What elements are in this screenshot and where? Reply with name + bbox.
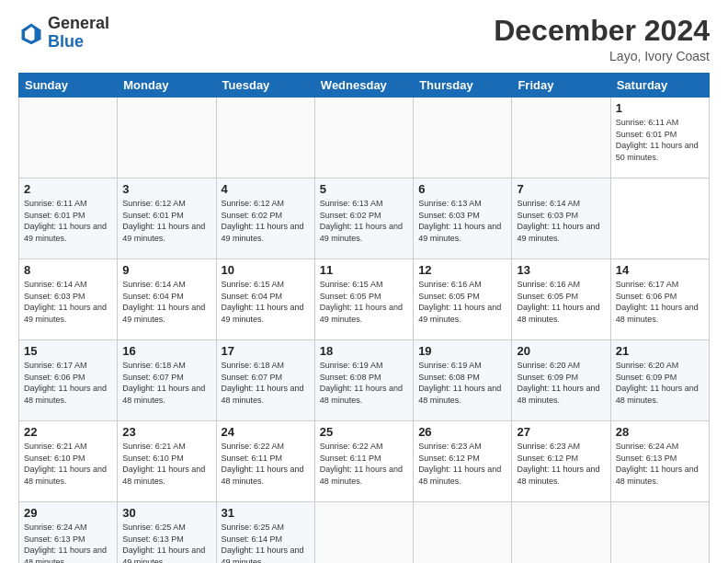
- calendar-cell: 2Sunrise: 6:11 AMSunset: 6:01 PMDaylight…: [19, 178, 118, 259]
- day-number: 24: [222, 425, 310, 439]
- day-number: 15: [24, 344, 112, 358]
- day-info: Sunrise: 6:14 AMSunset: 6:03 PMDaylight:…: [24, 279, 112, 325]
- day-info: Sunrise: 6:22 AMSunset: 6:11 PMDaylight:…: [320, 441, 408, 487]
- day-info: Sunrise: 6:24 AMSunset: 6:13 PMDaylight:…: [616, 441, 704, 487]
- calendar-cell: 5Sunrise: 6:13 AMSunset: 6:02 PMDaylight…: [314, 178, 413, 259]
- day-number: 9: [122, 263, 210, 277]
- calendar-cell: 16Sunrise: 6:18 AMSunset: 6:07 PMDayligh…: [118, 340, 216, 421]
- day-info: Sunrise: 6:15 AMSunset: 6:05 PMDaylight:…: [320, 279, 408, 325]
- calendar-cell: 3Sunrise: 6:12 AMSunset: 6:01 PMDaylight…: [118, 178, 216, 259]
- calendar-cell: [414, 98, 512, 178]
- day-number: 4: [222, 182, 310, 196]
- day-info: Sunrise: 6:21 AMSunset: 6:10 PMDaylight:…: [24, 441, 112, 487]
- calendar-cell: 18Sunrise: 6:19 AMSunset: 6:08 PMDayligh…: [314, 340, 413, 421]
- day-info: Sunrise: 6:11 AMSunset: 6:01 PMDaylight:…: [24, 198, 112, 244]
- day-number: 1: [616, 101, 704, 115]
- day-info: Sunrise: 6:20 AMSunset: 6:09 PMDaylight:…: [517, 360, 605, 406]
- calendar-cell: [512, 98, 610, 178]
- calendar-cell: 6Sunrise: 6:13 AMSunset: 6:03 PMDaylight…: [414, 178, 512, 259]
- month-title: December 2024: [494, 15, 710, 47]
- day-info: Sunrise: 6:21 AMSunset: 6:10 PMDaylight:…: [122, 441, 210, 487]
- day-number: 12: [418, 263, 506, 277]
- logo-blue-text: Blue: [48, 32, 84, 51]
- day-number: 29: [24, 506, 112, 520]
- calendar-cell: 17Sunrise: 6:18 AMSunset: 6:07 PMDayligh…: [216, 340, 314, 421]
- day-info: Sunrise: 6:19 AMSunset: 6:08 PMDaylight:…: [418, 360, 506, 406]
- day-number: 3: [122, 182, 210, 196]
- calendar-cell: 26Sunrise: 6:23 AMSunset: 6:12 PMDayligh…: [414, 421, 512, 502]
- calendar-cell: 15Sunrise: 6:17 AMSunset: 6:06 PMDayligh…: [19, 340, 118, 421]
- day-number: 25: [320, 425, 408, 439]
- day-info: Sunrise: 6:11 AMSunset: 6:01 PMDaylight:…: [616, 117, 704, 163]
- calendar-cell: [19, 98, 118, 178]
- day-info: Sunrise: 6:22 AMSunset: 6:11 PMDaylight:…: [222, 441, 310, 487]
- logo: General Blue: [18, 15, 109, 52]
- logo-general-text: General: [48, 14, 109, 32]
- calendar-day-header: Friday: [512, 74, 610, 98]
- calendar-day-header: Sunday: [19, 74, 118, 98]
- day-info: Sunrise: 6:16 AMSunset: 6:05 PMDaylight:…: [517, 279, 605, 325]
- calendar-cell: 24Sunrise: 6:22 AMSunset: 6:11 PMDayligh…: [216, 421, 314, 502]
- calendar-week-row: 1Sunrise: 6:11 AMSunset: 6:01 PMDaylight…: [19, 98, 710, 178]
- calendar-cell: 7Sunrise: 6:14 AMSunset: 6:03 PMDaylight…: [512, 178, 610, 259]
- page: General Blue December 2024 Layo, Ivory C…: [0, 0, 728, 563]
- day-info: Sunrise: 6:18 AMSunset: 6:07 PMDaylight:…: [122, 360, 210, 406]
- day-info: Sunrise: 6:23 AMSunset: 6:12 PMDaylight:…: [517, 441, 605, 487]
- day-info: Sunrise: 6:25 AMSunset: 6:13 PMDaylight:…: [122, 522, 210, 563]
- calendar-day-header: Monday: [118, 74, 216, 98]
- day-number: 5: [320, 182, 408, 196]
- calendar-cell: 22Sunrise: 6:21 AMSunset: 6:10 PMDayligh…: [19, 421, 118, 502]
- day-number: 30: [122, 506, 210, 520]
- calendar-cell: 29Sunrise: 6:24 AMSunset: 6:13 PMDayligh…: [19, 502, 118, 563]
- calendar-header-row: SundayMondayTuesdayWednesdayThursdayFrid…: [19, 74, 710, 98]
- calendar-cell: 20Sunrise: 6:20 AMSunset: 6:09 PMDayligh…: [512, 340, 610, 421]
- calendar-cell: [512, 502, 610, 563]
- calendar-cell: [414, 502, 512, 563]
- day-number: 27: [517, 425, 605, 439]
- calendar-cell: 25Sunrise: 6:22 AMSunset: 6:11 PMDayligh…: [314, 421, 413, 502]
- logo-icon: [18, 20, 44, 46]
- calendar-cell: 28Sunrise: 6:24 AMSunset: 6:13 PMDayligh…: [610, 421, 709, 502]
- calendar-day-header: Tuesday: [216, 74, 314, 98]
- day-number: 7: [517, 182, 605, 196]
- day-info: Sunrise: 6:15 AMSunset: 6:04 PMDaylight:…: [222, 279, 310, 325]
- calendar-cell: 12Sunrise: 6:16 AMSunset: 6:05 PMDayligh…: [414, 259, 512, 340]
- day-info: Sunrise: 6:20 AMSunset: 6:09 PMDaylight:…: [616, 360, 704, 406]
- day-info: Sunrise: 6:16 AMSunset: 6:05 PMDaylight:…: [418, 279, 506, 325]
- day-number: 14: [616, 263, 704, 277]
- calendar-day-header: Wednesday: [314, 74, 413, 98]
- day-info: Sunrise: 6:25 AMSunset: 6:14 PMDaylight:…: [222, 522, 310, 563]
- day-number: 31: [222, 506, 310, 520]
- day-info: Sunrise: 6:12 AMSunset: 6:01 PMDaylight:…: [122, 198, 210, 244]
- day-number: 23: [122, 425, 210, 439]
- day-number: 11: [320, 263, 408, 277]
- calendar-cell: 9Sunrise: 6:14 AMSunset: 6:04 PMDaylight…: [118, 259, 216, 340]
- location: Layo, Ivory Coast: [494, 49, 710, 63]
- day-info: Sunrise: 6:24 AMSunset: 6:13 PMDaylight:…: [24, 522, 112, 563]
- calendar-week-row: 2Sunrise: 6:11 AMSunset: 6:01 PMDaylight…: [19, 178, 710, 259]
- day-info: Sunrise: 6:12 AMSunset: 6:02 PMDaylight:…: [222, 198, 310, 244]
- calendar-week-row: 22Sunrise: 6:21 AMSunset: 6:10 PMDayligh…: [19, 421, 710, 502]
- calendar-table: SundayMondayTuesdayWednesdayThursdayFrid…: [18, 73, 710, 563]
- calendar-cell: [118, 98, 216, 178]
- day-info: Sunrise: 6:13 AMSunset: 6:03 PMDaylight:…: [418, 198, 506, 244]
- calendar-cell: [610, 502, 709, 563]
- day-info: Sunrise: 6:14 AMSunset: 6:04 PMDaylight:…: [122, 279, 210, 325]
- day-number: 8: [24, 263, 112, 277]
- calendar-cell: 1Sunrise: 6:11 AMSunset: 6:01 PMDaylight…: [610, 98, 709, 178]
- calendar-cell: 10Sunrise: 6:15 AMSunset: 6:04 PMDayligh…: [216, 259, 314, 340]
- day-info: Sunrise: 6:23 AMSunset: 6:12 PMDaylight:…: [418, 441, 506, 487]
- calendar-cell: 14Sunrise: 6:17 AMSunset: 6:06 PMDayligh…: [610, 259, 709, 340]
- day-info: Sunrise: 6:13 AMSunset: 6:02 PMDaylight:…: [320, 198, 408, 244]
- day-info: Sunrise: 6:17 AMSunset: 6:06 PMDaylight:…: [616, 279, 704, 325]
- day-number: 26: [418, 425, 506, 439]
- calendar-day-header: Thursday: [414, 74, 512, 98]
- calendar-cell: 11Sunrise: 6:15 AMSunset: 6:05 PMDayligh…: [314, 259, 413, 340]
- day-number: 13: [517, 263, 605, 277]
- day-number: 21: [616, 344, 704, 358]
- calendar-cell: 19Sunrise: 6:19 AMSunset: 6:08 PMDayligh…: [414, 340, 512, 421]
- day-number: 17: [222, 344, 310, 358]
- calendar-cell: 21Sunrise: 6:20 AMSunset: 6:09 PMDayligh…: [610, 340, 709, 421]
- day-number: 10: [222, 263, 310, 277]
- calendar-cell: 8Sunrise: 6:14 AMSunset: 6:03 PMDaylight…: [19, 259, 118, 340]
